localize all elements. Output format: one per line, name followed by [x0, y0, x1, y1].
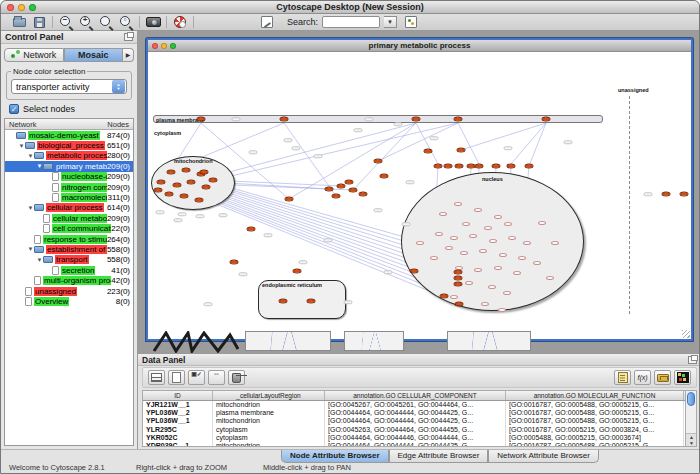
- gene-node-selected[interactable]: [374, 159, 383, 164]
- zoom-in-icon[interactable]: +: [76, 15, 96, 30]
- gene-node-selected[interactable]: [200, 170, 209, 175]
- gene-node-selected[interactable]: [454, 117, 463, 122]
- gene-node-unselected[interactable]: [454, 202, 462, 206]
- tree-item[interactable]: ▼ primary metabolic process 209(0): [5, 161, 133, 171]
- gene-node-unselected[interactable]: [465, 281, 473, 285]
- attribute-list-icon[interactable]: [614, 370, 631, 385]
- tabs-overflow-button[interactable]: ▶: [123, 48, 134, 62]
- gene-node-selected[interactable]: [209, 178, 218, 183]
- help-lifesaver-icon[interactable]: [170, 15, 190, 30]
- network-canvas[interactable]: plasma membrane cytoplasm mitochondrion …: [148, 52, 691, 339]
- gene-node-selected[interactable]: [440, 294, 449, 299]
- table-cell[interactable]: [GO:0045267, GO:0045261, GO:0044464, G..…: [325, 401, 506, 409]
- gene-node-selected[interactable]: [337, 184, 346, 189]
- gene-node-selected[interactable]: [280, 117, 289, 122]
- gene-node-selected[interactable]: [202, 185, 211, 190]
- gene-node-selected[interactable]: [187, 180, 196, 185]
- gene-node-selected[interactable]: [454, 270, 463, 275]
- expand-arrow-icon[interactable]: ▼: [36, 163, 43, 169]
- column-header[interactable]: annotation.GO CELLULAR_COMPONENT: [325, 391, 506, 400]
- annotation-icon[interactable]: [257, 15, 277, 30]
- gene-node-selected[interactable]: [444, 164, 453, 169]
- zoom-to-fit-icon[interactable]: ▫: [116, 15, 136, 30]
- scrollbar-thumb[interactable]: [687, 392, 695, 406]
- gene-node-selected[interactable]: [307, 299, 316, 304]
- tree-item[interactable]: response to stimulus 264(0): [5, 234, 133, 244]
- tab-edge-attribute-browser[interactable]: Edge Attribute Browser: [389, 450, 489, 463]
- search-dropdown-button[interactable]: ▼: [384, 16, 397, 28]
- gene-node-unselected[interactable]: [450, 236, 458, 240]
- minimized-window-preview[interactable]: [447, 331, 531, 351]
- table-cell[interactable]: [GO:0005488, GO:0005215, GO:0003674]: [506, 434, 684, 442]
- scrollbar-arrows[interactable]: ▲▼: [686, 433, 697, 446]
- table-cell[interactable]: [GO:0044464, GO:0044444, GO:0044425, G..…: [325, 417, 506, 425]
- gene-node-unselected[interactable]: [508, 236, 516, 240]
- gene-node-unselected[interactable]: [494, 266, 502, 270]
- gene-node-selected[interactable]: [380, 174, 389, 179]
- tree-item[interactable]: macromolecule 311(0): [5, 192, 133, 202]
- gene-node-unselected[interactable]: [430, 256, 438, 260]
- gene-node-unselected[interactable]: [504, 222, 512, 226]
- gene-node-selected[interactable]: [247, 227, 256, 232]
- zoom-selected-region-icon[interactable]: [96, 15, 116, 30]
- import-attributes-icon[interactable]: [654, 370, 671, 385]
- gene-node-selected[interactable]: [285, 197, 294, 202]
- gene-node-selected[interactable]: [182, 168, 191, 173]
- gene-node-selected[interactable]: [507, 164, 516, 169]
- unselect-attributes-icon[interactable]: ▫▫: [208, 370, 225, 385]
- table-cell[interactable]: [GO:0016787, GO:0005488, GO:0005215, G..…: [506, 442, 684, 446]
- table-cell[interactable]: mitochondrion: [213, 417, 325, 425]
- tree-item[interactable]: ▼ transport 558(0): [5, 255, 133, 265]
- gene-node-unselected[interactable]: [538, 221, 546, 225]
- tree-item[interactable]: ▼ biological_process 651(0): [5, 140, 133, 150]
- destroy-network-view-icon[interactable]: [237, 15, 257, 30]
- formula-icon[interactable]: f(x): [634, 370, 651, 385]
- new-attribute-icon[interactable]: [168, 370, 185, 385]
- table-cell[interactable]: [GO:0044464, GO:0044444, GO:0044425, G..…: [325, 409, 506, 417]
- gene-node-unselected[interactable]: [450, 295, 458, 299]
- tree-item[interactable]: ▼ cellular process 614(0): [5, 203, 133, 213]
- gene-node-selected[interactable]: [455, 164, 464, 169]
- gene-node-unselected[interactable]: [439, 212, 447, 216]
- table-cell[interactable]: plasma membrane: [213, 409, 325, 417]
- table-row[interactable]: YLR295Ccytoplasm[GO:0045263, GO:0044464,…: [143, 426, 685, 434]
- create-network-view-icon[interactable]: [217, 15, 237, 30]
- network-file-icon[interactable]: [401, 15, 421, 30]
- gene-node-selected[interactable]: [197, 117, 206, 122]
- tab-node-attribute-browser[interactable]: Node Attribute Browser: [281, 450, 389, 463]
- gene-node-unselected[interactable]: [513, 271, 521, 275]
- select-nodes-checkbox[interactable]: ✓ Select nodes: [9, 104, 137, 114]
- float-data-panel-icon[interactable]: [688, 356, 697, 364]
- gene-node-selected[interactable]: [454, 282, 463, 287]
- gene-node-selected[interactable]: [180, 194, 189, 199]
- gene-node-unselected[interactable]: [479, 249, 487, 253]
- expand-arrow-icon[interactable]: ▼: [18, 143, 25, 149]
- open-session-icon[interactable]: [9, 15, 29, 30]
- expand-arrow-icon[interactable]: ▼: [27, 205, 34, 211]
- gene-node-selected[interactable]: [154, 188, 163, 193]
- table-cell[interactable]: [GO:0045263, GO:0044464, GO:0044455, G..…: [325, 426, 506, 434]
- gene-node-selected[interactable]: [410, 269, 419, 274]
- table-cell[interactable]: [GO:0016787, GO:0005215, GO:0003824, G..…: [506, 426, 684, 434]
- tree-item[interactable]: ▼ establishment of loc 558(0): [5, 244, 133, 254]
- gene-node-unselected[interactable]: [445, 246, 453, 250]
- node-color-select[interactable]: transporter activity ▲▼: [11, 79, 127, 94]
- table-cell[interactable]: cytoplasm: [213, 426, 325, 434]
- table-row[interactable]: YJR121W__1mitochondrion[GO:0045267, GO:0…: [143, 401, 685, 409]
- tab-mosaic[interactable]: Mosaic: [64, 48, 124, 62]
- tree-item[interactable]: cell communication 22(0): [5, 224, 133, 234]
- table-cell[interactable]: mitochondrion: [213, 442, 325, 446]
- gene-node-unselected[interactable]: [488, 285, 496, 289]
- expand-arrow-icon[interactable]: ▼: [27, 246, 34, 252]
- gene-node-unselected[interactable]: [503, 291, 511, 295]
- gene-node-unselected[interactable]: [533, 261, 541, 265]
- gene-node-selected[interactable]: [332, 194, 341, 199]
- table-scrollbar[interactable]: ▲▼: [685, 391, 696, 446]
- gene-node-selected[interactable]: [525, 164, 534, 169]
- table-cell[interactable]: [GO:0016787, GO:0005488, GO:0005215, G..…: [506, 409, 684, 417]
- gene-node-selected[interactable]: [345, 180, 354, 185]
- gene-node-unselected[interactable]: [469, 234, 477, 238]
- attribute-matrix-icon[interactable]: [148, 370, 165, 385]
- gene-node-unselected[interactable]: [551, 241, 559, 245]
- heatmap-icon[interactable]: [674, 370, 691, 385]
